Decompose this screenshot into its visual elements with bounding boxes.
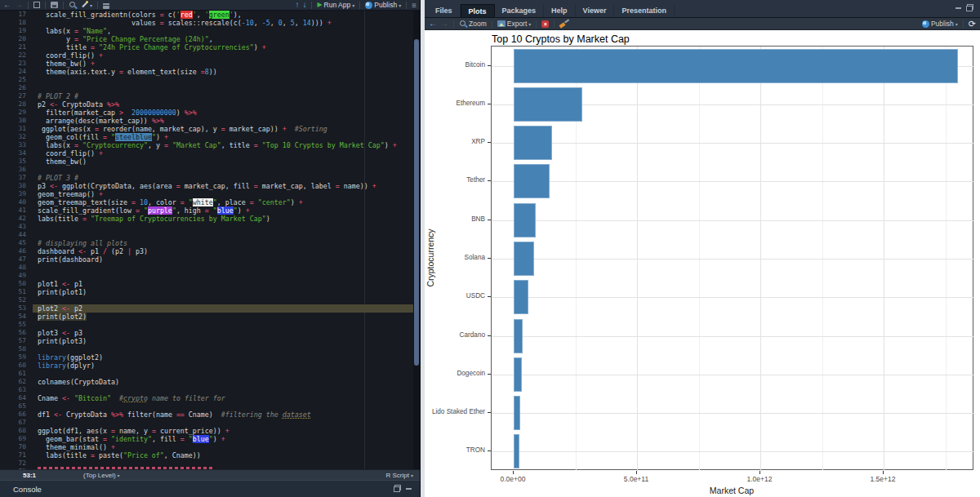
code-token: title (38, 43, 91, 51)
refresh-plot-button[interactable]: ⟳ (969, 20, 976, 29)
down-arrow-icon: ↓ (302, 1, 306, 9)
code-token: # PLOT 3 # (38, 174, 78, 182)
code-token: p1 (87, 247, 103, 255)
code-token: <- (50, 100, 58, 109)
document-outline-button[interactable]: ≡ (412, 2, 416, 9)
save-button[interactable] (51, 2, 58, 8)
code-token: , (295, 19, 303, 27)
code-token: , fill (152, 435, 180, 443)
code-line: dashboard <- p1 / (p2 | p3) (33, 247, 413, 255)
code-token: <- (62, 329, 70, 337)
restore-pane-icon[interactable] (966, 4, 973, 11)
code-token: labs(title (38, 451, 91, 459)
bar (514, 87, 582, 122)
code-token: Cname) (185, 410, 221, 419)
export-plot-button[interactable]: Export ▾ (497, 20, 532, 28)
code-token: %>% (152, 117, 164, 125)
code-token: # displaying all plots (38, 239, 127, 247)
bar (514, 126, 552, 160)
export-image-icon (497, 20, 506, 27)
code-line: geom_treemap_text(size = 10, color = "wh… (33, 198, 413, 206)
run-app-button[interactable]: ▶ Run App ▾ (317, 1, 354, 9)
code-token: colnames(CryptoData) (38, 378, 119, 386)
code-tools-button[interactable]: ▾ (80, 1, 92, 9)
code-line (33, 402, 413, 410)
file-type-selector[interactable]: R Script ▾ (386, 472, 413, 479)
restore-pane-icon[interactable] (394, 485, 401, 492)
next-plot-button[interactable]: → (440, 20, 448, 28)
tab-files[interactable]: Files (428, 4, 461, 17)
code-line: colnames(CryptoData) (33, 378, 413, 386)
code-line: print(plot2) (33, 313, 413, 321)
code-token: CryptoData (62, 410, 111, 419)
y-tick-mark (488, 335, 491, 336)
code-token: -5 (262, 19, 270, 27)
scrollbar-thumb[interactable] (414, 39, 419, 366)
minimize-pane-icon[interactable] (956, 4, 961, 10)
code-token: element_text(size (123, 68, 201, 76)
chevron-down-icon: ▾ (118, 473, 120, 478)
code-token: "center" (258, 198, 291, 206)
console-pane-header[interactable]: Console (0, 480, 420, 497)
publish-plot-button[interactable]: Publish ▾ (922, 20, 958, 28)
separator (963, 20, 964, 28)
find-button[interactable] (69, 1, 77, 9)
code-token: + (164, 133, 168, 141)
run-previous-button[interactable]: ↑ (295, 1, 299, 9)
code-line: plot2 <- p2 (33, 304, 413, 313)
code-token: <- (62, 304, 70, 313)
code-token: blue (217, 206, 234, 215)
code-token: theme(axis.text.y (38, 68, 119, 76)
back-arrow-icon: ← (429, 20, 437, 28)
code-line: library(dplyr) (33, 362, 413, 370)
code-line: print(plot1) (33, 288, 413, 296)
code-line (33, 84, 413, 92)
y-tick-label: Lido Staked Ether (425, 408, 485, 416)
cursor-position[interactable]: 53:1 (23, 472, 36, 479)
up-arrow-icon: ↑ (295, 1, 299, 9)
code-token: arrange(desc(market_cap)) (38, 117, 152, 125)
maximize-pane-icon[interactable] (406, 485, 412, 490)
zoom-icon (459, 20, 467, 28)
code-editor[interactable]: 1718192021222324252627282930313233343536… (0, 11, 420, 469)
code-token: 10 (140, 198, 148, 206)
publish-icon (922, 20, 929, 28)
tab-plots[interactable]: Plots (461, 4, 495, 17)
code-token: (dplyr) (66, 362, 95, 370)
gridline (492, 375, 974, 375)
run-next-button[interactable]: ↓ (302, 1, 306, 9)
clear-all-plots-button[interactable] (559, 20, 569, 28)
y-tick-mark (488, 374, 491, 375)
editor-status-bar: 53:1 (Top Level) ▾ R Script ▾ (0, 469, 420, 480)
publish-label: Publish (931, 20, 954, 28)
open-in-new-window-button[interactable] (33, 2, 40, 8)
code-token: ggplot(CryptoData, aes(area (58, 182, 176, 190)
code-line: Cname <- "Bitcoin" #crypto name to filte… (33, 394, 413, 402)
code-line: # PLOT 2 # (33, 92, 413, 100)
code-token: reorder(name, market_cap), y (99, 125, 221, 133)
editor-scrollbar[interactable] (413, 11, 420, 469)
code-token: ) (385, 141, 393, 149)
editor-toolbar: ← → ▾ ↑ ↓ ▶ Run App ▾ Publish (0, 0, 420, 11)
back-button[interactable]: ← (3, 1, 11, 9)
previous-plot-button[interactable]: ← (429, 20, 437, 28)
scope-selector[interactable]: (Top Level) ▾ (83, 472, 120, 479)
code-token: filter(market_cap (38, 109, 119, 117)
tab-help[interactable]: Help (544, 4, 576, 17)
zoom-plot-button[interactable]: Zoom (459, 20, 487, 28)
tab-packages[interactable]: Packages (495, 4, 545, 17)
y-tick-mark (488, 450, 491, 451)
code-token: + (221, 435, 225, 443)
tab-presentation[interactable]: Presentation (614, 4, 675, 17)
popout-icon (33, 2, 40, 8)
code-token: p3 (38, 182, 50, 190)
forward-button[interactable]: → (15, 1, 23, 9)
publish-button[interactable]: Publish ▾ (365, 1, 401, 9)
code-token: market_cap)) (225, 125, 283, 133)
code-token: ggplot(aes(x (38, 125, 95, 133)
tab-viewer[interactable]: Viewer (576, 4, 615, 17)
remove-plot-button[interactable]: × (541, 20, 549, 28)
y-tick-mark (488, 104, 491, 104)
y-tick-label: TRON (425, 446, 485, 455)
compile-report-button[interactable] (103, 2, 109, 9)
